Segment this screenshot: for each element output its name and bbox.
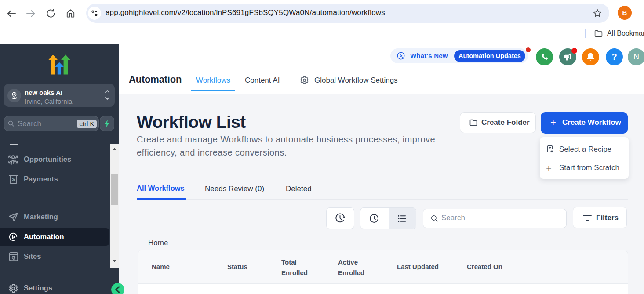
svg-text:$: $ — [12, 177, 15, 182]
